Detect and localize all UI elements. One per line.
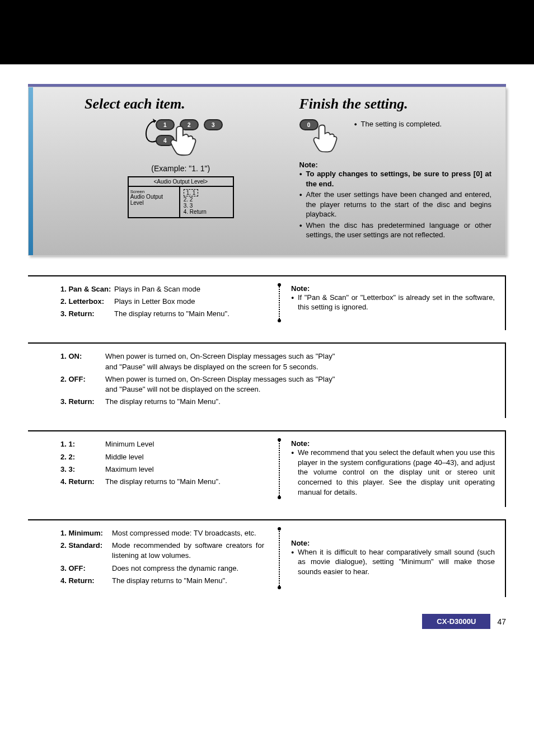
opt-key: 3. 3: <box>60 464 105 475</box>
opt-key: 2. 2: <box>60 452 105 462</box>
finish-bullet-2: When the disc has predetermined language… <box>299 220 492 240</box>
finish-title: Finish the setting. <box>299 96 492 112</box>
opt-desc: Mode recommended by software creators fo… <box>112 541 264 561</box>
opt-desc: The display returns to "Main Menu". <box>114 309 264 319</box>
section-dynamic-range: 1. Minimum:Most compressed mode: TV broa… <box>28 519 506 597</box>
opt-desc: Middle level <box>105 452 264 462</box>
section-pan-scan: 1. Pan & Scan:Plays in Pan & Scan mode 2… <box>28 275 506 331</box>
opt-key: 4. Return: <box>60 477 105 487</box>
note-label: Note: <box>291 539 495 547</box>
upper-panel: Select each item. 1 2 3 4 (Example: "1. … <box>28 87 506 256</box>
opt-key: 1. ON: <box>60 351 105 372</box>
opt-key: 4. Return: <box>60 576 112 586</box>
finish-bullet-0: To apply changes to settings, be sure to… <box>299 169 492 189</box>
opt-key: 2. Standard: <box>60 541 112 561</box>
osd-option-3: 3. 3 <box>184 203 207 209</box>
note-label: Note: <box>291 439 495 448</box>
opt-desc: The display returns to "Main Menu". <box>105 397 346 407</box>
footer: CX-D3000U 47 <box>28 614 506 629</box>
opt-desc: The display returns to "Main Menu". <box>112 576 264 586</box>
finish-complete-text: The setting is completed. <box>354 119 492 129</box>
section-audio-level: 1. 1:Minimum Level 2. 2:Middle level 3. … <box>28 430 506 507</box>
opt-desc: When power is turned on, On-Screen Displ… <box>105 374 346 395</box>
osd-left-item-0: Screen <box>130 189 177 194</box>
opt-key: 2. OFF: <box>60 374 105 395</box>
note-label: Note: <box>299 161 492 169</box>
select-column: Select each item. 1 2 3 4 (Example: "1. … <box>85 96 277 241</box>
opt-key: 1. Minimum: <box>60 528 112 538</box>
finish-note: Note: To apply changes to settings, be s… <box>299 161 492 240</box>
osd-option-4: 4. Return <box>184 209 207 215</box>
loop-arrow-icon <box>139 118 158 151</box>
opt-desc: Most compressed mode: TV broadcasts, etc… <box>112 528 264 538</box>
note-bullet: We recommend that you select the default… <box>291 448 495 497</box>
osd-left-item-1: Audio Output Level <box>130 194 177 206</box>
osd-option-2: 2. 2 <box>184 196 207 203</box>
opt-key: 3. OFF: <box>60 564 112 574</box>
opt-key: 1. 1: <box>60 439 105 449</box>
opt-key: 1. Pan & Scan: <box>60 284 114 294</box>
model-label: CX-D3000U <box>422 614 490 629</box>
note-bullet: If "Pan & Scan" or "Letterbox" is alread… <box>291 293 495 312</box>
opt-desc: When power is turned on, On-Screen Displ… <box>105 351 346 372</box>
section-osd-onoff: 1. ON:When power is turned on, On-Screen… <box>28 342 506 418</box>
note-bullet: When it is difficult to hear comparative… <box>291 547 495 577</box>
finish-bullet-1: After the user settings have been change… <box>299 190 492 219</box>
opt-desc: Plays in Letter Box mode <box>114 297 264 307</box>
finish-column: Finish the setting. 0 The setting is com… <box>299 96 492 241</box>
opt-desc: Minimum Level <box>105 439 264 449</box>
opt-desc: The display returns to "Main Menu". <box>105 477 264 487</box>
hand-pointer-icon <box>164 124 196 156</box>
osd-title: <Audio Output Level> <box>129 177 233 187</box>
page-number: 47 <box>497 617 506 626</box>
opt-key: 3. Return: <box>60 309 114 319</box>
opt-desc: Does not compress the dynamic range. <box>112 564 264 574</box>
opt-key: 2. Letterbox: <box>60 297 114 307</box>
hand-pointer-icon <box>307 123 338 153</box>
opt-key: 3. Return: <box>60 397 105 407</box>
button-graphic-left: 1 2 3 4 <box>125 119 237 158</box>
opt-desc: Maximum level <box>105 464 264 475</box>
opt-desc: Plays in Pan & Scan mode <box>114 284 264 294</box>
button-graphic-right: 0 <box>299 119 344 153</box>
select-title: Select each item. <box>85 96 277 112</box>
example-text: (Example: "1. 1") <box>85 164 277 173</box>
osd-option-1: 1. 1 <box>184 189 199 196</box>
header-bar <box>0 0 534 64</box>
keypad-button-3[interactable]: 3 <box>204 119 223 130</box>
note-label: Note: <box>291 284 495 293</box>
osd-box: <Audio Output Level> Screen Audio Output… <box>128 176 234 218</box>
